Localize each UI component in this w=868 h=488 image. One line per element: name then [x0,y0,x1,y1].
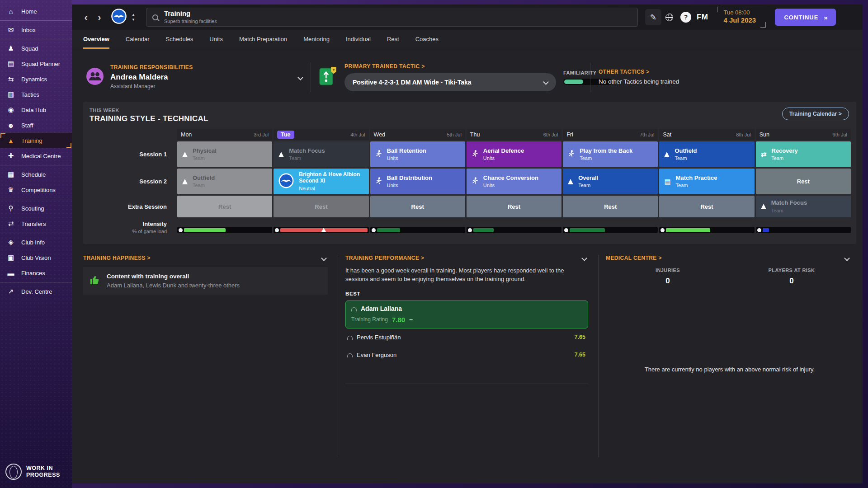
sidebar-item-dev-centre[interactable]: ↗Dev. Centre [0,284,72,299]
schedule-cell-wed-extra[interactable]: Rest [370,196,465,217]
schedule-cell-sat-session2[interactable]: ▤Match PracticeTeam [659,169,754,194]
training-responsibilities-section[interactable]: TRAINING RESPONSIBILITIES Andrea Maldera… [83,64,311,90]
continue-button[interactable]: CONTINUE» [775,9,835,26]
sidebar-item-tactics[interactable]: ▥Tactics [0,87,72,102]
recovery-arrows-icon: ⇄ [761,150,767,159]
help-icon[interactable]: ? [678,9,694,25]
schedule-cell-mon-session1[interactable]: PhysicalTeam [177,141,272,167]
schedule-cell-fri-extra[interactable]: Rest [563,196,658,217]
training-performance-panel: TRAINING PERFORMANCE > It has been a goo… [338,255,598,457]
chevron-up-icon[interactable]: ▲ [132,13,135,17]
tab-units[interactable]: Units [209,36,223,49]
schedule-cell-fri-session2[interactable]: OverallTeam [563,169,658,194]
chevron-down-icon[interactable] [844,255,850,261]
sidebar-item-transfers[interactable]: ⇄Transfers [0,216,72,231]
fm-logo[interactable]: FM [697,13,708,22]
sidebar-item-staff[interactable]: ☻Staff [0,117,72,133]
intensity-bar-wed[interactable] [370,219,465,236]
player-row[interactable]: Evan Ferguson7.65 [345,346,588,364]
sidebar-item-club-info[interactable]: ◈Club Info [0,235,72,250]
intensity-bar-thu[interactable] [467,219,561,236]
sidebar-item-label: Training [21,137,42,144]
player-row[interactable]: Pervis Estupiñán7.65 [345,328,588,346]
team-switcher[interactable]: ▲▼ [132,13,135,22]
best-label: BEST [345,291,588,296]
schedule-cell-sun-session2[interactable]: Rest [756,169,851,194]
edit-pencil-icon[interactable]: ✎ [645,9,661,25]
sidebar-item-schedule[interactable]: ▦Schedule [0,167,72,182]
day-date: 3rd Jul [254,132,269,137]
sidebar-item-home[interactable]: ⌂Home [0,4,72,19]
training-performance-title[interactable]: TRAINING PERFORMANCE > [345,255,424,261]
day-header-mon: Mon3rd Jul [177,129,272,140]
cell-title: Physical [193,148,217,155]
tab-match-preparation[interactable]: Match Preparation [239,36,287,49]
schedule-cell-wed-session2[interactable]: Ball DistributionUnits [370,169,465,194]
primary-tactic-label[interactable]: PRIMARY TRAINED TACTIC > [344,63,556,70]
chevron-down-icon[interactable] [297,75,303,80]
injuries-stat[interactable]: INJURIES 0 [606,267,730,286]
tab-rest[interactable]: Rest [387,36,399,49]
intensity-bar-fri[interactable] [563,219,658,236]
cell-subtitle: Units [387,155,426,161]
sidebar-item-club-vision[interactable]: ▣Club Vision [0,250,72,265]
schedule-cell-fri-session1[interactable]: Play from the BackTeam [563,141,658,167]
medical-centre-title[interactable]: MEDICAL CENTRE > [606,255,662,261]
sidebar-item-data-hub[interactable]: ◉Data Hub [0,102,72,117]
search-bar[interactable]: Training Superb training facilities [146,8,638,27]
best-players-list: Pervis Estupiñán7.65Evan Ferguson7.65 [345,328,588,364]
training-happiness-title[interactable]: TRAINING HAPPINESS > [83,255,151,261]
chevron-down-icon[interactable]: ▼ [132,18,135,22]
sidebar-item-training[interactable]: ▲Training [0,133,72,148]
best-player-card[interactable]: Adam Lallana Training Rating 7.80 – [345,300,588,328]
chevron-down-icon[interactable] [581,255,587,261]
schedule-cell-sun-session1[interactable]: ⇄RecoveryTeam [756,141,851,167]
world-icon[interactable] [661,9,678,25]
forward-button[interactable]: › [93,10,106,24]
schedule-cell-thu-extra[interactable]: Rest [467,196,561,217]
tactic-dropdown[interactable]: Positive 4-2-3-1 DM AM Wide - Tiki-Taka [344,73,556,91]
row-label: Session 2 [83,169,176,194]
tab-coaches[interactable]: Coaches [415,36,439,49]
sidebar-item-scouting[interactable]: ⚲Scouting [0,201,72,216]
intensity-row-label: Intensity% of game load [83,219,176,236]
happiness-item[interactable]: Content with training overall Adam Lalla… [83,267,328,295]
chevron-down-icon[interactable] [321,255,327,261]
training-calendar-button[interactable]: Training Calendar > [782,108,849,120]
schedule-cell-thu-session1[interactable]: Aerial DefenceUnits [467,141,561,167]
schedule-cell-sun-extra[interactable]: Match FocusTeam [756,196,851,217]
schedule-cell-sat-session1[interactable]: OutfieldTeam [659,141,754,167]
sidebar-item-inbox[interactable]: ✉Inbox [0,22,72,38]
schedule-cell-tue-session1[interactable]: Match FocusTeam [274,141,368,167]
sidebar-item-competitions[interactable]: ♛Competitions [0,182,72,197]
cell-subtitle: Team [771,208,807,213]
tab-calendar[interactable]: Calendar [126,36,150,49]
intensity-bar-mon[interactable] [177,219,272,236]
sidebar-item-squad[interactable]: ♟Squad [0,41,72,56]
schedule-cell-sat-extra[interactable]: Rest [659,196,754,217]
sidebar-item-finances[interactable]: ▬Finances [0,265,72,281]
intensity-bar-sat[interactable] [659,219,754,236]
schedule-cell-mon-session2[interactable]: OutfieldTeam [177,169,272,194]
intensity-bar-tue[interactable] [274,219,368,236]
tab-overview[interactable]: Overview [83,36,109,49]
schedule-cell-wed-session1[interactable]: Ball RetentionUnits [370,141,465,167]
tab-schedules[interactable]: Schedules [166,36,193,49]
players-at-risk-stat[interactable]: PLAYERS AT RISK 0 [730,267,854,286]
schedule-cell-tue-session2[interactable]: Brighton & Hove Albion Second XINeutral [274,169,368,194]
other-tactics-label[interactable]: OTHER TACTICS > [599,68,856,76]
sidebar-item-squad-planner[interactable]: ▤Squad Planner [0,56,72,71]
tab-individual[interactable]: Individual [346,36,371,49]
main-window: ‹ › ▲▼ Training Superb training faciliti… [72,5,863,483]
back-button[interactable]: ‹ [79,10,93,24]
schedule-cell-mon-extra[interactable]: Rest [177,196,272,217]
day-date: 4th Jul [350,132,365,137]
game-time: Tue 08:00 [723,9,759,16]
club-badge-icon[interactable] [111,8,127,26]
tab-mentoring[interactable]: Mentoring [303,36,330,49]
sidebar-item-medical-centre[interactable]: ✚Medical Centre [0,148,72,164]
schedule-cell-tue-extra[interactable]: Rest [274,196,368,217]
sidebar-item-dynamics[interactable]: ⇆Dynamics [0,71,72,87]
intensity-bar-sun[interactable] [756,219,851,236]
schedule-cell-thu-session2[interactable]: Chance ConversionUnits [467,169,561,194]
